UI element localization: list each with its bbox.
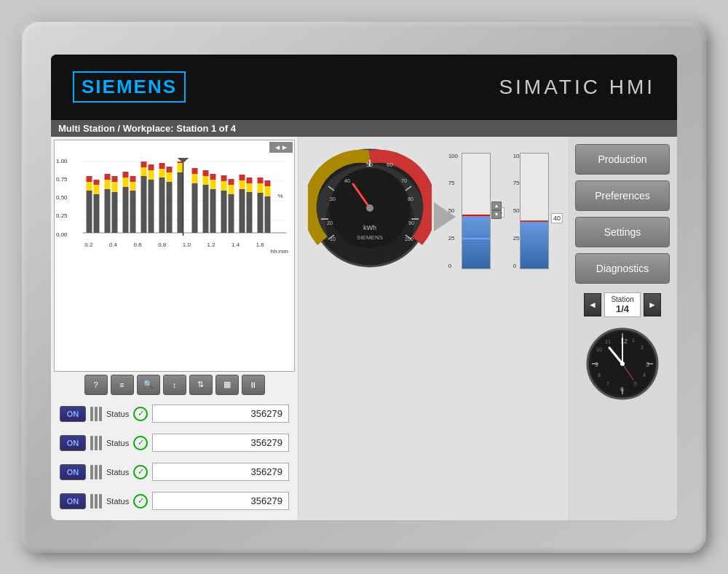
svg-rect-19 bbox=[123, 172, 129, 178]
main-content: Multi Station / Workplace: Station 1 of … bbox=[51, 120, 677, 520]
ctrl-sort-button[interactable]: ⇅ bbox=[189, 375, 213, 395]
svg-rect-14 bbox=[112, 192, 118, 233]
svg-rect-50 bbox=[221, 181, 227, 191]
on-button-1[interactable]: ON bbox=[60, 406, 86, 422]
ctrl-pause-button[interactable]: ⏸ bbox=[242, 375, 265, 395]
svg-rect-61 bbox=[258, 193, 264, 233]
x-axis-label: hh:mm bbox=[55, 248, 294, 255]
svg-rect-25 bbox=[141, 162, 147, 167]
y-label-4: 0.25 bbox=[56, 212, 68, 219]
svg-rect-59 bbox=[247, 183, 253, 192]
siemens-logo: SIEMENS bbox=[73, 71, 186, 103]
svg-rect-21 bbox=[130, 182, 136, 191]
vertical-gauges-container: 100 75 50 25 0 bbox=[462, 150, 556, 276]
status-rows: ON Status ✓ 356279 ON bbox=[54, 398, 295, 517]
check-circle-4: ✓ bbox=[133, 494, 148, 509]
simatic-label: SIMATIC HMI bbox=[499, 76, 655, 99]
svg-text:100: 100 bbox=[405, 236, 414, 242]
status-label-4: Status bbox=[106, 497, 129, 506]
svg-rect-5 bbox=[87, 191, 92, 233]
line-indicator-2 bbox=[90, 436, 102, 450]
svg-rect-8 bbox=[94, 194, 100, 233]
svg-rect-65 bbox=[265, 186, 271, 196]
svg-text:1: 1 bbox=[632, 338, 635, 343]
svg-rect-15 bbox=[112, 182, 118, 192]
status-row-3: ON Status ✓ 356279 bbox=[60, 459, 289, 485]
svg-rect-26 bbox=[149, 180, 154, 233]
station-bar: Multi Station / Workplace: Station 1 of … bbox=[51, 120, 677, 137]
svg-rect-6 bbox=[87, 182, 92, 191]
svg-rect-34 bbox=[167, 167, 173, 172]
svg-text:90: 90 bbox=[408, 220, 414, 226]
svg-rect-30 bbox=[159, 169, 165, 178]
value-box-3: 356279 bbox=[152, 463, 289, 481]
settings-button[interactable]: Settings bbox=[575, 217, 670, 247]
svg-rect-7 bbox=[87, 176, 92, 182]
status-row-4: ON Status ✓ 356279 bbox=[60, 488, 289, 514]
svg-rect-57 bbox=[240, 175, 245, 180]
svg-rect-32 bbox=[167, 182, 173, 233]
preferences-button[interactable]: Preferences bbox=[575, 180, 670, 211]
svg-rect-47 bbox=[210, 180, 216, 189]
clock-container: 12 3 6 9 1 2 4 5 7 8 10 11 bbox=[586, 327, 659, 400]
svg-text:4: 4 bbox=[643, 372, 646, 378]
ctrl-search-button[interactable]: 🔍 bbox=[137, 375, 160, 395]
station-prev-button[interactable]: ◄ bbox=[584, 293, 601, 316]
svg-text:7: 7 bbox=[606, 381, 609, 386]
left-panel: ◄► 1.00 0.75 0.50 0.25 0.00 bbox=[51, 137, 298, 520]
svg-rect-51 bbox=[221, 175, 227, 181]
device-bezel: TOUCH SIEMENS SIMATIC HMI Multi Station … bbox=[22, 22, 706, 553]
svg-rect-27 bbox=[149, 170, 154, 180]
chart-controls: ? ≡ 🔍 ↕ ⇅ ▦ ⏸ bbox=[54, 372, 295, 398]
svg-rect-16 bbox=[112, 176, 118, 182]
chart-nav-button[interactable]: ◄► bbox=[269, 142, 293, 153]
right-panel: Production Preferences Settings Diagnost… bbox=[568, 137, 677, 520]
svg-rect-20 bbox=[130, 191, 136, 233]
svg-text:10: 10 bbox=[596, 347, 602, 352]
chart-title-bar: ◄► bbox=[55, 140, 294, 154]
svg-rect-62 bbox=[258, 183, 264, 193]
svg-text:2: 2 bbox=[641, 345, 644, 350]
value-box-2: 356279 bbox=[152, 434, 289, 452]
svg-rect-53 bbox=[229, 185, 234, 194]
gauge-up-button[interactable]: ▲ bbox=[491, 202, 502, 210]
svg-text:50: 50 bbox=[366, 162, 373, 168]
on-button-4[interactable]: ON bbox=[60, 493, 86, 509]
svg-rect-36 bbox=[178, 163, 183, 172]
station-next-button[interactable]: ► bbox=[644, 293, 661, 316]
svg-rect-42 bbox=[192, 168, 198, 174]
on-button-2[interactable]: ON bbox=[60, 435, 86, 451]
clock-svg: 12 3 6 9 1 2 4 5 7 8 10 11 bbox=[586, 327, 659, 400]
svg-rect-17 bbox=[123, 187, 129, 233]
ctrl-list-button[interactable]: ≡ bbox=[111, 375, 134, 395]
svg-rect-52 bbox=[229, 194, 234, 233]
svg-rect-31 bbox=[159, 163, 165, 169]
y-label-2: 0.75 bbox=[56, 176, 68, 183]
svg-rect-54 bbox=[229, 179, 234, 185]
status-row-1: ON Status ✓ 356279 bbox=[60, 401, 289, 427]
ctrl-grid-button[interactable]: ▦ bbox=[215, 375, 239, 395]
svg-rect-63 bbox=[258, 178, 264, 183]
svg-text:6: 6 bbox=[620, 386, 624, 393]
value-box-4: 356279 bbox=[152, 492, 289, 510]
ctrl-expand-button[interactable]: ↕ bbox=[163, 375, 186, 395]
svg-rect-28 bbox=[149, 164, 154, 170]
left-vert-gauge: 100 75 50 25 0 bbox=[462, 153, 498, 269]
svg-rect-66 bbox=[265, 180, 271, 186]
svg-text:SIEMENS: SIEMENS bbox=[357, 234, 383, 241]
y-label-3: 0.50 bbox=[56, 194, 68, 201]
check-circle-3: ✓ bbox=[133, 465, 148, 479]
svg-text:30: 30 bbox=[330, 196, 336, 202]
chart-y-labels: 1.00 0.75 0.50 0.25 0.00 bbox=[56, 158, 68, 238]
ctrl-help-button[interactable]: ? bbox=[84, 375, 108, 395]
svg-text:10: 10 bbox=[330, 236, 336, 242]
on-button-3[interactable]: ON bbox=[60, 464, 86, 480]
diagnostics-button[interactable]: Diagnostics bbox=[575, 253, 670, 284]
production-button[interactable]: Production bbox=[575, 144, 670, 175]
gauge-down-button[interactable]: ▼ bbox=[491, 210, 502, 219]
svg-text:9: 9 bbox=[595, 361, 598, 368]
svg-text:80: 80 bbox=[408, 196, 414, 202]
svg-text:60: 60 bbox=[387, 162, 393, 168]
svg-rect-12 bbox=[105, 180, 111, 189]
svg-rect-44 bbox=[203, 176, 209, 185]
